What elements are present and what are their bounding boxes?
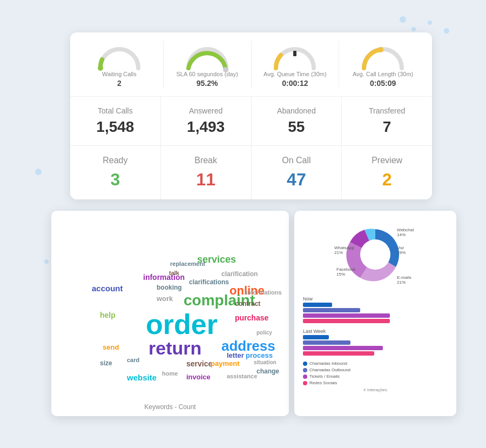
gauges-row: Waiting Calls 2 SLA 60 segundos (day) 95…: [70, 32, 432, 97]
decorative-dot-4: [444, 28, 449, 34]
agents-row: Ready 3 Break 11 On Call 47 Preview 2: [70, 146, 432, 199]
svg-text:21%: 21%: [397, 280, 406, 285]
agent-oncall-label: On Call: [257, 156, 336, 165]
word-assistance: assistance: [227, 373, 257, 379]
word-return: return: [148, 338, 201, 359]
bar: [303, 303, 332, 307]
svg-text:14%: 14%: [397, 232, 406, 237]
stat-transfered-label: Transfered: [347, 106, 427, 115]
legend-label: Redes Sociais: [309, 380, 337, 385]
stat-abandoned-value: 55: [257, 118, 336, 136]
legend-item: Chamadas Outbound: [303, 367, 448, 372]
svg-text:29%: 29%: [397, 250, 406, 255]
word-size: size: [100, 359, 112, 367]
word-payment: payment: [211, 359, 239, 367]
word-order: order: [146, 308, 218, 340]
decorative-dot-6: [44, 259, 49, 264]
word-booking: booking: [157, 284, 182, 291]
word-purchase: purchase: [235, 313, 268, 322]
bar: [303, 319, 390, 323]
bar-group: [303, 335, 448, 356]
stat-total-calls: Total Calls 1,548: [70, 97, 161, 145]
agent-preview-value: 2: [347, 170, 427, 190]
wordcloud-card: orderreturncomplaintaddressonlineservice…: [51, 211, 289, 416]
gauge-arc-queue: [271, 41, 319, 68]
word-account: account: [92, 284, 123, 293]
stat-total-calls-label: Total Calls: [76, 106, 155, 115]
word-card: card: [127, 357, 139, 363]
bar: [303, 308, 360, 312]
svg-point-1: [223, 67, 228, 72]
svg-rect-2: [293, 51, 296, 56]
bar: [303, 335, 329, 339]
word-policy: policy: [256, 330, 272, 336]
gauge-call-value: 0:05:09: [370, 79, 396, 88]
agent-break-label: Break: [166, 156, 246, 165]
gauge-waiting-label: Waiting Calls: [102, 70, 137, 78]
svg-text:Voz: Voz: [397, 245, 404, 250]
stat-abandoned: Abandoned 55: [252, 97, 342, 145]
legend-dot: [303, 362, 307, 366]
gauge-arc-call: [359, 41, 407, 68]
word-send: send: [103, 343, 119, 351]
donut-chart-area: Webchat 14% Voz 29% E-mails 21% Facebook…: [303, 219, 448, 290]
bar: [303, 351, 374, 356]
word-service: service: [186, 359, 212, 368]
gauge-call-label: Avg. Call Length (30m): [353, 70, 413, 78]
bar-row: Last Week: [303, 329, 448, 356]
svg-text:15%: 15%: [336, 272, 345, 277]
bar-chart-area: NowLast Week: [303, 296, 448, 356]
agent-break: Break 11: [161, 146, 252, 199]
gauge-queue-label: Avg. Queue Time (30m): [264, 70, 327, 78]
donut-svg: Webchat 14% Voz 29% E-mails 21% Facebook…: [332, 219, 418, 290]
legend-label: Tickets / Emails: [309, 374, 340, 379]
word-clarifications: clarifications: [189, 278, 229, 286]
legend-label: Chamadas Inbound: [309, 361, 347, 366]
word-replacement: replacement: [170, 260, 205, 267]
svg-text:21%: 21%: [334, 250, 343, 255]
stat-abandoned-label: Abandoned: [257, 106, 336, 115]
svg-point-0: [98, 65, 103, 71]
gauge-queue-value: 0:00:12: [282, 79, 308, 88]
legend-label: Chamadas Outbound: [309, 367, 350, 372]
agent-ready-label: Ready: [76, 156, 155, 165]
svg-text:E-mails: E-mails: [397, 275, 411, 280]
bar: [303, 346, 383, 350]
main-dashboard-card: Waiting Calls 2 SLA 60 segundos (day) 95…: [70, 32, 432, 199]
stat-transfered: Transfered 7: [342, 97, 432, 145]
word-letter: letter: [227, 351, 244, 359]
wordcloud-area: orderreturncomplaintaddressonlineservice…: [62, 222, 278, 384]
legend-dot: [303, 381, 307, 385]
bar-group: [303, 303, 448, 323]
legend-item: Chamadas Inbound: [303, 361, 448, 366]
wordcloud-title: Keywords - Count: [51, 403, 289, 411]
stat-transfered-value: 7: [347, 118, 427, 136]
legend-item: Tickets / Emails: [303, 374, 448, 379]
agent-preview: Preview 2: [342, 146, 432, 199]
bar: [303, 340, 350, 345]
bar-row-label: Last Week: [303, 329, 448, 334]
svg-point-3: [378, 47, 383, 52]
agent-ready-value: 3: [76, 170, 155, 190]
bar-row-label: Now: [303, 296, 448, 302]
gauge-sla: SLA 60 segundos (day) 95.2%: [163, 41, 251, 88]
word-situation: situation: [254, 359, 276, 365]
decorative-dot-3: [428, 21, 432, 25]
agent-preview-label: Preview: [347, 156, 427, 165]
word-help: help: [100, 311, 116, 319]
chart-card: Webchat 14% Voz 29% E-mails 21% Facebook…: [294, 211, 456, 416]
gauge-arc-sla: [183, 41, 232, 68]
svg-text:WhatsApp: WhatsApp: [334, 245, 354, 250]
word-process: process: [246, 351, 273, 359]
bar: [303, 313, 390, 318]
stat-answered-label: Answered: [166, 106, 246, 115]
agent-oncall: On Call 47: [252, 146, 342, 199]
word-clarification: clarification: [221, 270, 258, 278]
legend-item: Redes Sociais: [303, 380, 448, 385]
word-website: website: [127, 373, 157, 382]
stat-answered-value: 1,493: [166, 118, 246, 136]
word-informations: informations: [246, 289, 282, 296]
legend-dot: [303, 368, 307, 372]
svg-text:Webchat: Webchat: [397, 228, 414, 232]
legend-dot: [303, 375, 307, 379]
